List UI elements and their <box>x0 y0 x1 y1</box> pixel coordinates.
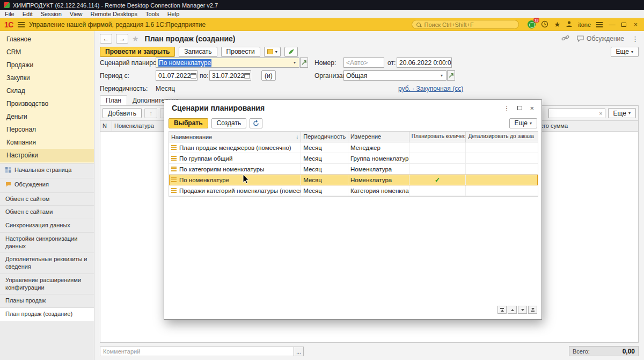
select-button[interactable]: Выбрать <box>169 118 208 128</box>
calendar-icon[interactable] <box>191 73 196 78</box>
hamburger-menu-icon[interactable] <box>18 22 25 27</box>
forward-button[interactable]: → <box>116 34 128 44</box>
sidebar-item-site-exchange[interactable]: Обмен с сайтом <box>0 192 94 206</box>
dialog-more-button[interactable]: Еще ▾ <box>509 118 537 128</box>
more-dots-icon[interactable]: ⋮ <box>632 35 639 43</box>
sidebar-item-personal[interactable]: Персонал <box>0 123 94 136</box>
clear-search-icon[interactable]: × <box>599 110 602 117</box>
refresh-button[interactable] <box>250 118 262 128</box>
period-select-button[interactable]: (и) <box>261 70 276 81</box>
organization-field[interactable]: Общая ▾ <box>343 70 447 81</box>
date-field[interactable]: 20.06.2022 0:00:00 <box>397 57 452 68</box>
sidebar-item-sites-exchange[interactable]: Обмен с сайтами <box>0 205 94 219</box>
menu-remote-desktops[interactable]: Remote Desktops <box>91 11 137 17</box>
close-button[interactable]: × <box>632 21 640 28</box>
calendar-icon[interactable] <box>244 73 250 78</box>
tab-plan[interactable]: План <box>100 95 127 106</box>
discussions-globe-icon[interactable]: 13 <box>528 20 536 28</box>
signature-feather-button[interactable] <box>284 47 298 57</box>
search-placeholder: Поиск Ctrl+Shift+F <box>424 21 473 28</box>
maximize-button[interactable] <box>621 23 626 27</box>
row-up-button[interactable] <box>508 306 517 314</box>
table-row[interactable]: План продаж менеджеров (помесячно) Месяц… <box>169 142 538 153</box>
column-total-sum[interactable]: Всего сумма <box>531 121 638 131</box>
sidebar-item-data-sync[interactable]: Синхронизация данных <box>0 219 94 232</box>
sidebar-item-sales-plan-new[interactable]: План продаж (создание) <box>0 307 94 321</box>
history-clock-icon[interactable] <box>541 20 548 29</box>
sidebar-item-prodazhi[interactable]: Продажи <box>0 59 94 71</box>
sidebar-item-discussions[interactable]: Обсуждения <box>0 178 94 192</box>
scenario-open-button[interactable] <box>300 57 308 68</box>
organization-open-button[interactable] <box>447 70 455 81</box>
add-row-button[interactable]: Добавить <box>103 108 142 118</box>
favorites-star-icon[interactable]: ★ <box>554 21 560 28</box>
sidebar-item-proizvodstvo[interactable]: Производство <box>0 97 94 110</box>
link-icon[interactable] <box>561 34 569 44</box>
sidebar-item-dengi[interactable]: Деньги <box>0 110 94 123</box>
sidebar-item-nastroyki[interactable]: Настройки <box>0 149 94 162</box>
sidebar-item-additional-attrs[interactable]: Дополнительные реквизиты и сведения <box>0 253 94 273</box>
plan-more-button[interactable]: Еще ▾ <box>608 108 636 118</box>
sidebar-item-label: Синхронизация данных <box>5 222 70 229</box>
menu-edit[interactable]: Edit <box>23 11 33 17</box>
user-name[interactable]: itone <box>578 21 591 28</box>
chevron-down-icon[interactable]: ▾ <box>292 60 297 65</box>
menu-session[interactable]: Session <box>41 11 62 17</box>
functions-menu-icon[interactable] <box>596 22 603 27</box>
create-button[interactable]: Создать <box>211 118 247 128</box>
column-dimension[interactable]: Измерение <box>348 132 409 142</box>
scenario-name: По номенклатуре <box>179 177 229 183</box>
sidebar-item-sales-plans[interactable]: Планы продаж <box>0 294 94 307</box>
more-button-top[interactable]: Еще ▾ <box>611 47 639 57</box>
dialog-more-dots-icon[interactable]: ⋮ <box>503 105 510 112</box>
dialog-maximize-button[interactable] <box>517 106 522 110</box>
global-search-input[interactable]: Поиск Ctrl+Shift+F <box>412 20 519 29</box>
column-name[interactable]: Наименование ↓ <box>169 132 301 142</box>
write-button[interactable]: Записать <box>179 47 217 57</box>
comment-expand-button[interactable]: ... <box>294 347 304 356</box>
scenario-field[interactable]: По номенклатуре ▾ <box>156 57 299 68</box>
create-based-on-button[interactable]: ▾ <box>264 47 281 57</box>
column-n[interactable]: N <box>100 121 112 131</box>
menu-view[interactable]: View <box>70 11 83 17</box>
table-row[interactable]: По категориям номенклатуры Месяц Номенкл… <box>169 164 538 175</box>
comment-input[interactable] <box>100 347 294 356</box>
column-plan-quantity[interactable]: Планировать количество <box>409 132 466 142</box>
table-row[interactable]: Продажи категорий номенклатуры (помесячн… <box>169 185 538 196</box>
period-to-field[interactable]: 31.07.2022 <box>209 70 251 81</box>
number-field[interactable]: <Авто> <box>343 57 384 68</box>
chevron-down-icon[interactable]: ▾ <box>440 73 444 78</box>
sidebar-item-home[interactable]: Начальная страница <box>0 163 94 178</box>
discussion-button[interactable]: Обсуждение <box>577 35 624 42</box>
menu-tools[interactable]: Tools <box>145 11 159 17</box>
favorite-star-icon[interactable]: ★ <box>132 34 139 43</box>
sidebar-item-kompaniya[interactable]: Компания <box>0 136 94 149</box>
sidebar-item-glavnoe[interactable]: Главное <box>0 33 94 46</box>
sidebar-item-sync-settings[interactable]: Настройки синхронизации данных <box>0 232 94 253</box>
scenario-periodicity: Месяц <box>301 153 348 163</box>
go-to-bottom-button[interactable] <box>528 306 537 314</box>
dialog-close-button[interactable]: × <box>530 105 534 112</box>
menu-file[interactable]: File <box>5 11 14 17</box>
post-button[interactable]: Провести <box>221 47 260 57</box>
sidebar-item-crm[interactable]: CRM <box>0 46 94 59</box>
sidebar-item-extensions[interactable]: Управление расширениями конфигурации <box>0 273 94 294</box>
currency-pricetype-link[interactable]: руб. · Закупочная (сс) <box>398 85 463 92</box>
column-detail-to-order[interactable]: Детализировать до заказа <box>466 132 538 142</box>
sidebar-item-zakupki[interactable]: Закупки <box>0 71 94 84</box>
menu-help[interactable]: Help <box>167 11 180 17</box>
minimize-button[interactable]: — <box>608 21 616 28</box>
column-periodicity[interactable]: Периодичность <box>301 132 348 142</box>
table-row-selected[interactable]: По номенклатуре Месяц Номенклатура ✓ <box>169 175 538 185</box>
go-to-top-button[interactable] <box>497 306 507 314</box>
period-from-field[interactable]: 01.07.2022 <box>156 70 197 81</box>
move-up-button[interactable]: ↑ <box>144 108 157 118</box>
dialog-titlebar: Сценарии планирования ⋮ × <box>164 100 541 116</box>
user-icon[interactable] <box>566 20 573 28</box>
table-search-input[interactable]: × <box>548 109 605 118</box>
row-down-button[interactable] <box>518 306 527 314</box>
post-and-close-button[interactable]: Провести и закрыть <box>100 47 175 57</box>
table-row[interactable]: По группам общий Месяц Группа номенклату… <box>169 153 538 164</box>
back-button[interactable]: ← <box>100 34 112 44</box>
sidebar-item-sklad[interactable]: Склад <box>0 84 94 97</box>
